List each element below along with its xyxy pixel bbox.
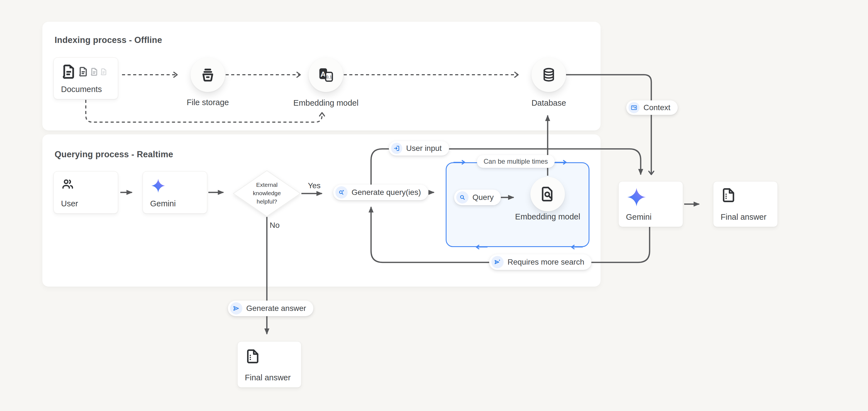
requires-more-search-label: Requires more search [507,258,584,267]
decision-label: External knowledge helpful? [246,181,288,206]
documents-icons [61,64,111,80]
embedding-model-icon: A 0,1 [317,66,334,83]
user-input-label: User input [406,144,442,153]
context-label: Context [644,103,671,112]
generate-answer-label: Generate answer [246,304,306,313]
context-pill: Context [626,100,678,115]
gemini-answer-label: Gemini [626,212,676,222]
database-label: Database [507,97,591,109]
can-be-multiple-times-pill: Can be multiple times [477,155,555,168]
gemini-icon [150,178,166,194]
generate-query-pill: Generate query(ies) [333,184,428,200]
requires-more-search-pill: Requires more search [489,254,591,270]
query-search-icon [456,191,469,204]
final-answer-bottom-card: Final answer [237,341,301,388]
rag-architecture-diagram: Indexing process - Offline Querying proc… [0,0,868,411]
final-answer-right-label: Final answer [721,212,770,222]
embedding-model-realtime-node [530,177,565,211]
generate-answer-pill: Generate answer [228,301,313,316]
indexing-panel-title: Indexing process - Offline [55,35,162,45]
documents-label: Documents [61,85,111,94]
glyph-01: 0,1 [326,75,332,79]
embedding-model-offline-label: Embedding model [284,97,368,109]
generate-query-label: Generate query(ies) [351,188,421,197]
final-answer-bottom-label: Final answer [245,373,294,382]
file-storage-icon [200,67,216,83]
embedding-model-realtime-label: Embedding model [506,211,589,223]
query-label: Query [472,193,494,202]
gemini-query-card: Gemini [143,171,207,213]
final-answer-icon [721,187,737,203]
yes-label: Yes [306,181,322,190]
gemini-query-label: Gemini [150,199,200,208]
requires-more-search-icon [491,256,504,268]
embedding-model-offline-node: A 0,1 [309,57,343,92]
can-be-multiple-times-label: Can be multiple times [484,157,548,165]
user-label: User [61,199,111,208]
gemini-icon [626,186,647,208]
query-pill: Query [454,189,501,205]
document-icon [61,64,76,80]
user-input-pill: User input [389,141,449,155]
documents-card: Documents [54,57,118,99]
user-icon [61,178,74,191]
database-icon [541,67,557,83]
generate-query-icon [335,186,348,199]
document-icon [90,67,99,76]
gemini-answer-card: Gemini [618,181,683,227]
context-icon [628,102,640,113]
user-card: User [54,171,118,213]
database-node [531,57,566,92]
generate-answer-icon [230,302,242,315]
file-storage-label: File storage [166,96,250,109]
no-label: No [270,221,286,230]
document-icon [100,68,107,76]
file-search-icon [539,186,556,202]
glyph-a: A [321,70,326,78]
document-icon [78,66,89,77]
final-answer-right-card: Final answer [713,181,778,227]
user-input-icon [391,143,402,154]
final-answer-icon [245,348,261,364]
querying-panel-title: Querying process - Realtime [55,149,173,159]
file-storage-node [190,57,225,92]
